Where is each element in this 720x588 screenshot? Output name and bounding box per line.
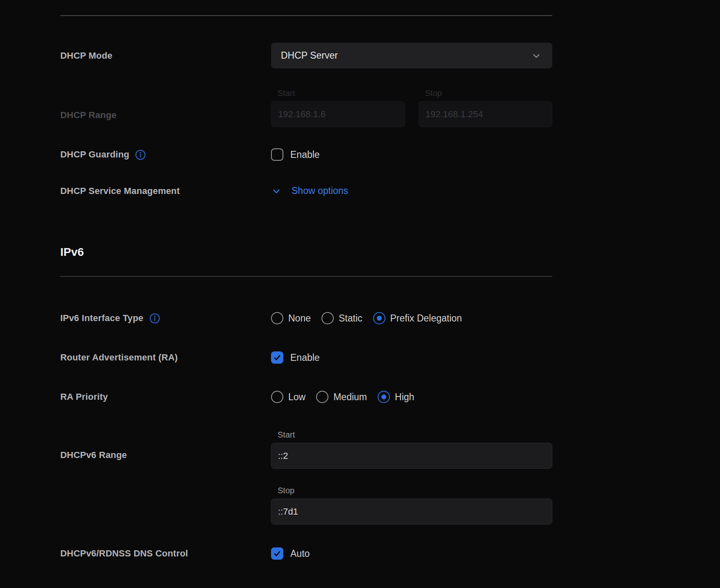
radio-none-label: None: [288, 313, 311, 324]
chevron-down-icon: [531, 50, 542, 61]
info-icon[interactable]: [135, 149, 146, 160]
ra-priority-radio-group: Low Medium High: [271, 391, 414, 403]
chevron-down-icon: [271, 186, 282, 196]
dhcpv6-range-fields: Start Stop: [271, 431, 552, 524]
dhcp-range-start-input: [271, 101, 405, 127]
dhcp-range-row: DHCP Range Start Stop: [60, 89, 552, 127]
radio-static-label: Static: [339, 313, 362, 324]
radio-circle: [271, 312, 283, 324]
dhcp-range-stop-label: Stop: [425, 89, 553, 97]
router-advertisement-label: Router Advertisement (RA): [60, 352, 271, 363]
dhcp-guarding-checkbox[interactable]: Enable: [271, 148, 320, 161]
dhcp-mode-row: DHCP Mode DHCP Server: [60, 43, 552, 68]
dhcp-guarding-label: DHCP Guarding: [60, 149, 129, 160]
dhcp-guarding-checkbox-label: Enable: [290, 149, 320, 160]
section-divider-top: [60, 15, 552, 16]
dhcp-guarding-row: DHCP Guarding Enable: [60, 148, 552, 161]
radio-circle: [321, 312, 334, 324]
ra-priority-row: RA Priority Low Medium High: [60, 391, 552, 403]
settings-panel: DHCP Mode DHCP Server DHCP Range Start: [0, 0, 720, 588]
radio-medium-label: Medium: [333, 392, 367, 403]
radio-none[interactable]: None: [271, 312, 311, 324]
dhcpv6-range-stop-label: Stop: [278, 486, 552, 495]
dhcp-mode-selected-value: DHCP Server: [281, 50, 338, 61]
dns-control-checkbox-label: Auto: [290, 548, 310, 559]
ipv6-interface-type-label-wrap: IPv6 Interface Type: [60, 313, 271, 324]
router-advertisement-checkbox-label: Enable: [290, 352, 320, 363]
dhcp-range-stop-input: [419, 101, 553, 127]
dhcp-mode-control: DHCP Server: [271, 43, 552, 68]
ipv6-section-heading: IPv6: [60, 245, 552, 259]
router-advertisement-checkbox[interactable]: Enable: [271, 351, 320, 364]
radio-high-label: High: [395, 392, 414, 403]
dns-control-checkbox[interactable]: Auto: [271, 547, 310, 560]
radio-static[interactable]: Static: [321, 312, 362, 324]
dhcp-range-stop-group: Stop: [419, 89, 553, 127]
dhcpv6-range-label: DHCPv6 Range: [60, 431, 271, 460]
dhcpv6-range-row: DHCPv6 Range Start Stop: [60, 431, 552, 524]
check-icon: [273, 549, 282, 558]
ipv6-interface-type-radio-group: None Static Prefix Delegation: [271, 312, 462, 324]
dhcp-service-management-control: Show options: [271, 185, 552, 196]
checkbox-checked: [271, 547, 283, 560]
dhcp-guarding-label-wrap: DHCP Guarding: [60, 149, 271, 160]
show-options-link[interactable]: Show options: [271, 185, 348, 196]
ra-priority-control: Low Medium High: [271, 391, 552, 403]
dhcp-range-label: DHCP Range: [60, 110, 271, 127]
radio-low-label: Low: [288, 392, 305, 403]
dhcpv6-range-control: Start Stop: [271, 431, 552, 524]
dhcpv6-range-start-label: Start: [278, 431, 552, 439]
dhcp-service-management-row: DHCP Service Management Show options: [60, 185, 552, 196]
dns-control-control: Auto: [271, 547, 552, 560]
dhcpv6-range-stop-input[interactable]: [271, 499, 552, 524]
router-advertisement-row: Router Advertisement (RA) Enable: [60, 351, 552, 364]
dhcp-guarding-control: Enable: [271, 148, 552, 161]
ipv6-interface-type-control: None Static Prefix Delegation: [271, 312, 552, 324]
ra-priority-label: RA Priority: [60, 392, 271, 402]
radio-high[interactable]: High: [378, 391, 414, 403]
dhcp-mode-select[interactable]: DHCP Server: [271, 43, 552, 68]
router-advertisement-control: Enable: [271, 351, 552, 364]
dhcpv6-range-start-input[interactable]: [271, 443, 552, 469]
dhcp-range-control: Start Stop: [271, 89, 552, 127]
dns-control-label: DHCPv6/RDNSS DNS Control: [60, 548, 271, 559]
dhcp-mode-label: DHCP Mode: [60, 50, 271, 61]
ipv6-section-divider: [60, 276, 552, 277]
radio-circle: [316, 391, 328, 403]
radio-medium[interactable]: Medium: [316, 391, 367, 403]
radio-low[interactable]: Low: [271, 391, 305, 403]
dhcp-range-start-group: Start: [271, 89, 405, 127]
radio-circle: [271, 391, 283, 403]
dhcp-service-management-label: DHCP Service Management: [60, 186, 271, 196]
show-options-label: Show options: [292, 185, 348, 196]
dns-control-row: DHCPv6/RDNSS DNS Control Auto: [60, 547, 552, 560]
radio-prefix-delegation[interactable]: Prefix Delegation: [373, 312, 462, 324]
checkbox-checked: [271, 351, 283, 364]
dhcp-range-start-label: Start: [278, 89, 405, 97]
info-icon[interactable]: [149, 313, 160, 324]
ipv6-interface-type-row: IPv6 Interface Type None Static: [60, 312, 552, 324]
checkbox-unchecked: [271, 148, 283, 161]
radio-prefix-delegation-label: Prefix Delegation: [390, 313, 462, 324]
ipv6-interface-type-label: IPv6 Interface Type: [60, 313, 144, 324]
check-icon: [273, 353, 282, 362]
radio-circle-selected: [373, 312, 385, 324]
radio-circle-selected: [378, 391, 390, 403]
form-content: DHCP Mode DHCP Server DHCP Range Start: [60, 0, 552, 560]
